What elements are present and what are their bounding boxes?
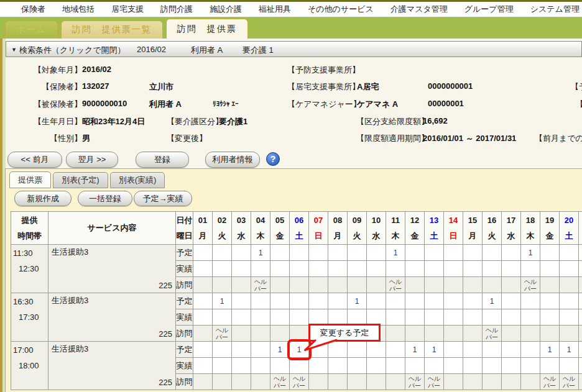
actual-cell[interactable]	[213, 309, 232, 326]
actual-cell[interactable]	[560, 358, 579, 374]
actual-cell[interactable]	[367, 358, 386, 374]
plan-cell[interactable]	[502, 342, 521, 358]
plan-cell[interactable]	[579, 245, 582, 261]
actual-cell[interactable]	[232, 309, 251, 326]
action-button[interactable]: 新規作成	[14, 191, 72, 206]
plan-cell[interactable]	[309, 293, 328, 309]
plan-cell[interactable]	[232, 342, 251, 358]
plan-cell[interactable]	[309, 245, 328, 261]
plan-cell[interactable]: 1	[521, 245, 540, 261]
plan-cell[interactable]: 1	[386, 245, 405, 261]
help-icon[interactable]: ?	[266, 152, 280, 166]
plan-cell[interactable]	[386, 342, 405, 358]
next-month-button[interactable]: 翌月 >>	[66, 152, 118, 168]
plan-cell[interactable]	[483, 342, 502, 358]
menu-item[interactable]: 施設介護	[210, 4, 242, 15]
plan-cell[interactable]	[232, 245, 251, 261]
menu-item[interactable]: システム管理	[530, 4, 580, 15]
actual-cell[interactable]	[251, 358, 270, 374]
plan-cell[interactable]	[270, 245, 290, 261]
actual-cell[interactable]	[213, 358, 232, 374]
plan-cell[interactable]	[463, 342, 483, 358]
plan-cell[interactable]	[463, 293, 483, 309]
actual-cell[interactable]	[444, 358, 463, 374]
actual-cell[interactable]	[483, 358, 502, 374]
plan-cell[interactable]	[579, 342, 582, 358]
plan-cell[interactable]	[328, 245, 348, 261]
plan-cell[interactable]	[463, 245, 483, 261]
actual-cell[interactable]	[540, 309, 560, 326]
actual-cell[interactable]	[193, 261, 213, 277]
plan-cell[interactable]	[251, 293, 270, 309]
actual-cell[interactable]	[328, 358, 348, 374]
actual-cell[interactable]	[579, 261, 582, 277]
actual-cell[interactable]	[309, 358, 328, 374]
plan-cell[interactable]	[483, 245, 502, 261]
action-button[interactable]: 一括登録	[78, 191, 132, 206]
actual-cell[interactable]	[367, 261, 386, 277]
menu-item[interactable]: 訪問介護	[160, 4, 193, 15]
plan-cell[interactable]	[502, 293, 521, 309]
plan-cell[interactable]	[328, 293, 348, 309]
actual-cell[interactable]	[348, 358, 367, 374]
plan-cell[interactable]	[328, 342, 348, 358]
plan-cell[interactable]	[193, 293, 213, 309]
plan-cell[interactable]	[348, 342, 367, 358]
actual-cell[interactable]	[502, 261, 521, 277]
plan-cell[interactable]: 1	[213, 293, 232, 309]
actual-cell[interactable]	[540, 261, 560, 277]
actual-cell[interactable]	[502, 358, 521, 374]
actual-cell[interactable]	[251, 309, 270, 326]
plan-cell[interactable]: 1	[560, 342, 579, 358]
plan-cell[interactable]	[193, 245, 213, 261]
menu-item[interactable]: その他のサービス	[308, 4, 374, 15]
actual-cell[interactable]	[521, 309, 540, 326]
actual-cell[interactable]	[405, 261, 425, 277]
plan-cell[interactable]	[521, 293, 540, 309]
plan-cell[interactable]: 1	[405, 342, 425, 358]
plan-cell[interactable]: 1	[270, 342, 290, 358]
menu-item[interactable]: 福祉用具	[259, 4, 291, 15]
plan-cell[interactable]	[270, 293, 290, 309]
actual-cell[interactable]	[348, 261, 367, 277]
plan-cell[interactable]	[213, 245, 232, 261]
plan-cell[interactable]	[560, 293, 579, 309]
actual-cell[interactable]	[386, 261, 405, 277]
plan-cell[interactable]	[367, 245, 386, 261]
actual-cell[interactable]	[483, 309, 502, 326]
action-button[interactable]: 予定→実績	[134, 191, 192, 206]
actual-cell[interactable]	[251, 261, 270, 277]
actual-cell[interactable]	[232, 261, 251, 277]
tab-visit-sheet-list[interactable]: 訪問 提供票一覧	[61, 21, 163, 39]
plan-cell[interactable]	[290, 245, 309, 261]
plan-cell[interactable]	[425, 245, 444, 261]
actual-cell[interactable]	[213, 261, 232, 277]
actual-cell[interactable]	[463, 358, 483, 374]
plan-cell[interactable]	[579, 293, 582, 309]
plan-cell[interactable]	[193, 342, 213, 358]
plan-cell[interactable]	[444, 245, 463, 261]
plan-cell[interactable]	[444, 342, 463, 358]
plan-cell[interactable]: 1	[425, 342, 444, 358]
prev-month-button[interactable]: << 前月	[7, 152, 62, 168]
plan-cell[interactable]	[405, 245, 425, 261]
actual-cell[interactable]	[405, 309, 425, 326]
actual-cell[interactable]	[560, 309, 579, 326]
actual-cell[interactable]	[270, 309, 290, 326]
actual-cell[interactable]	[521, 261, 540, 277]
menu-item[interactable]: グループ管理	[464, 4, 514, 15]
plan-cell[interactable]	[540, 245, 560, 261]
plan-cell[interactable]	[367, 293, 386, 309]
menu-item[interactable]: 介護マスタ管理	[390, 4, 448, 15]
plan-cell[interactable]	[560, 245, 579, 261]
actual-cell[interactable]	[444, 309, 463, 326]
plan-cell[interactable]	[213, 342, 232, 358]
actual-cell[interactable]	[328, 309, 348, 326]
actual-cell[interactable]	[348, 309, 367, 326]
actual-cell[interactable]	[290, 309, 309, 326]
actual-cell[interactable]	[463, 261, 483, 277]
subtab-active[interactable]: 提供票	[9, 171, 51, 188]
actual-cell[interactable]	[386, 358, 405, 374]
plan-cell[interactable]: 1	[483, 293, 502, 309]
plan-cell[interactable]: 1	[251, 245, 270, 261]
